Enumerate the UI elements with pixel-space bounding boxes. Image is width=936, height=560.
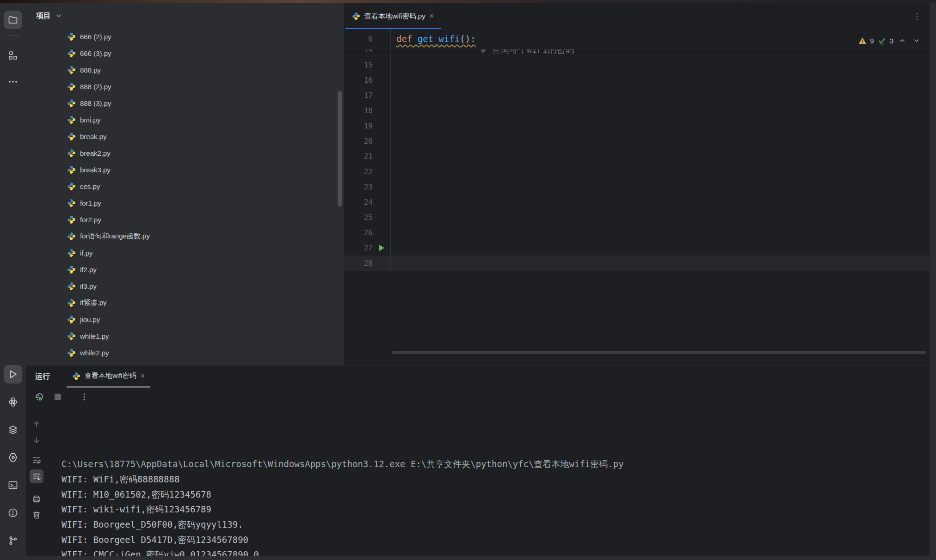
tree-file-label: if.py <box>80 249 93 257</box>
services-layers-icon <box>7 424 18 435</box>
scroll-down-icon[interactable] <box>30 433 43 447</box>
python-console-tool-button[interactable] <box>4 393 22 411</box>
tree-file-item[interactable]: for1.py <box>26 195 344 211</box>
console-line: WIFI: Boorgeel_D50F00,密码yqyyl139. <box>62 517 925 532</box>
tree-file-item[interactable]: 888 (3).py <box>26 95 344 111</box>
run-toolbar <box>26 388 930 406</box>
python-file-icon <box>72 372 80 380</box>
project-panel: 项目 666 (2).py 666 (3).py <box>26 3 344 365</box>
toolbar-separator <box>71 392 71 402</box>
tree-file-label: 888.py <box>80 66 101 74</box>
tree-file-item[interactable]: if.py <box>26 244 344 261</box>
scroll-to-end-icon[interactable] <box>30 469 43 483</box>
console-output: C:\Users\18775\AppData\Local\Microsoft\W… <box>62 411 925 556</box>
tree-file-item[interactable]: 888.py <box>26 61 344 78</box>
python-file-icon <box>67 298 76 307</box>
line-number: 21 <box>344 149 373 164</box>
tree-file-label: jiou.py <box>80 316 100 323</box>
tree-file-item[interactable]: break2.py <box>26 145 344 161</box>
sticky-line: 6 def get_wifi(): <box>344 29 930 49</box>
tree-file-item[interactable]: bmi.py <box>26 111 344 128</box>
run-icon <box>7 369 18 380</box>
tree-file-item[interactable]: if3.py <box>26 278 344 294</box>
tab-close-icon[interactable]: × <box>430 12 434 20</box>
intention-bulb-icon[interactable] <box>391 242 454 256</box>
python-file-icon <box>67 265 76 274</box>
services-tool-button[interactable] <box>4 420 22 439</box>
code-line: 15 cmd = cmd2.replace( _old: "{wifi}", w… <box>344 57 930 73</box>
tree-file-item[interactable]: while1.py <box>26 328 344 344</box>
code-text: if __name__ == '__main__': <box>390 240 930 256</box>
run-anything-tool-button[interactable] <box>4 448 22 467</box>
tree-file-label: 666 (2).py <box>80 33 111 41</box>
tree-scrollbar[interactable] <box>338 91 342 207</box>
tree-file-label: bmi.py <box>80 116 100 124</box>
tree-file-item[interactable]: break3.py <box>26 161 344 178</box>
window-bottom-edge <box>0 556 936 560</box>
previous-problem-chevron-up-icon[interactable] <box>897 35 908 46</box>
project-panel-title: 项目 <box>36 11 51 21</box>
code-text <box>390 225 930 240</box>
clear-all-trash-icon[interactable] <box>30 508 43 522</box>
sticky-line-number: 6 <box>344 29 373 49</box>
rerun-icon[interactable] <box>32 390 46 404</box>
tree-file-item[interactable]: 666 (3).py <box>26 45 344 61</box>
code-line: 25 <box>344 210 930 225</box>
run-tab-active[interactable]: 查看本地wifi密码 × <box>67 365 150 388</box>
print-icon[interactable] <box>30 492 43 506</box>
tree-file-label: 888 (3).py <box>80 99 111 107</box>
run-panel-header: 运行 查看本地wifi密码 × <box>26 365 930 388</box>
python-file-icon <box>67 165 76 174</box>
project-folder-icon <box>7 14 18 25</box>
python-file-icon <box>67 215 76 224</box>
stop-icon[interactable] <box>51 390 65 404</box>
tab-close-icon[interactable]: × <box>141 372 145 380</box>
tree-file-item[interactable]: break.py <box>26 128 344 145</box>
console-line: WIFI: CMCC-jGen,密码yjw0.01234567890.0 <box>62 547 925 556</box>
python-file-icon <box>67 182 76 191</box>
structure-tool-button[interactable] <box>4 46 22 65</box>
tree-file-item[interactable]: while2.py <box>26 344 344 361</box>
editor-options-kebab-icon[interactable]: ⋮ <box>910 9 924 23</box>
problems-tool-button[interactable] <box>4 504 22 522</box>
project-tool-button[interactable] <box>4 11 22 29</box>
terminal-tool-button[interactable] <box>4 476 22 494</box>
tree-file-label: if3.py <box>80 282 97 290</box>
tree-file-item[interactable]: ces.py <box>26 178 344 195</box>
tree-file-label: if紧凑.py <box>80 298 107 307</box>
console-line: WIFI: wiki-wifi,密码123456789 <box>62 502 925 517</box>
code-text: cmd = cmd2.replace( _old: "{wifi}", wifi… <box>390 57 930 73</box>
tree-file-item[interactable]: 666 (2).py <box>26 28 344 45</box>
code-text: else: <box>390 179 930 195</box>
python-file-icon <box>67 199 76 207</box>
tree-file-item[interactable]: 888 (2).py <box>26 78 344 95</box>
version-control-tool-button[interactable] <box>4 531 22 550</box>
tree-file-item[interactable]: for语句和range函数.py <box>26 228 344 244</box>
editor-horizontal-scrollbar[interactable] <box>392 351 926 354</box>
scroll-up-icon[interactable] <box>30 417 43 431</box>
right-tool-stripe[interactable] <box>929 3 936 556</box>
tree-file-item[interactable]: if2.py <box>26 261 344 278</box>
tree-file-item[interactable]: jiou.py <box>26 311 344 328</box>
run-tool-button[interactable] <box>4 365 22 383</box>
soft-wrap-icon[interactable] <box>30 453 43 467</box>
tree-file-item[interactable]: for2.py <box>26 211 344 228</box>
python-file-icon <box>67 282 76 291</box>
run-line-icon[interactable] <box>378 244 385 252</box>
line-number: 14 <box>344 49 373 57</box>
tree-file-item[interactable]: if紧凑.py <box>26 294 344 311</box>
line-number: 27 <box>344 240 373 256</box>
line-number: 23 <box>344 179 373 195</box>
run-console[interactable]: C:\Users\18775\AppData\Local\Microsoft\W… <box>26 406 930 556</box>
editor-tab-active[interactable]: 查看本地wifi密码.py × <box>345 3 441 29</box>
next-problem-chevron-down-icon[interactable] <box>911 35 922 46</box>
more-kebab-icon[interactable] <box>77 390 91 404</box>
tree-file-label: break.py <box>80 133 107 140</box>
code-lines[interactable]: 14 # 查询每个WIFI的密码 15 <box>344 49 930 271</box>
code-text: pwds = [line.split(":")[1].strip() for l… <box>390 103 930 118</box>
inspections-widget[interactable]: 9 3 <box>858 35 922 47</box>
editor-area[interactable]: 查看本地wifi密码.py × ⋮ 9 3 6 def get_wifi(): … <box>344 3 930 365</box>
more-tools-button[interactable] <box>4 73 22 91</box>
python-file-icon <box>67 232 76 241</box>
project-panel-header[interactable]: 项目 <box>26 3 344 28</box>
